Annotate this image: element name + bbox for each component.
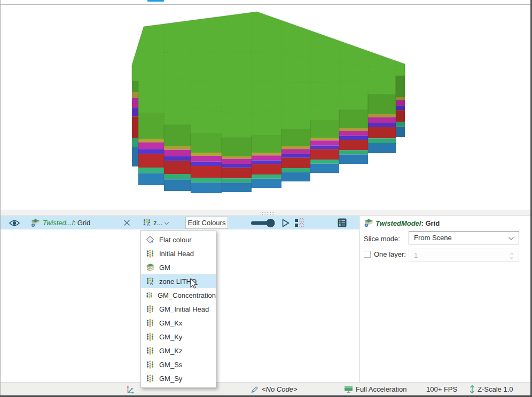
chevron-down-icon <box>164 221 169 225</box>
edit-colours-button[interactable]: Edit Colours <box>185 217 228 229</box>
menu-item-gm-initial-head[interactable]: GM_Initial Head <box>141 302 216 316</box>
menu-item-gm-ss[interactable]: GM_Ss <box>141 358 216 371</box>
values-icon <box>146 305 154 313</box>
menu-item-gm-ky[interactable]: GM_Ky <box>141 330 216 344</box>
pencil-icon[interactable] <box>251 385 259 394</box>
acceleration-label[interactable]: Full Acceleration <box>356 385 406 393</box>
top-strip <box>1 0 530 4</box>
slice-mode-select[interactable]: From Scene <box>409 231 519 244</box>
menu-item-gm-concentration[interactable]: GM_Concentration <box>141 288 216 302</box>
chevron-down-icon <box>508 236 514 241</box>
grid-shape-icon <box>30 218 41 228</box>
tab-indicator <box>147 0 164 2</box>
menu-item-initial-head[interactable]: Initial Head <box>141 247 216 260</box>
block-model-3d <box>1 5 530 210</box>
slice-mode-label: Slice mode: <box>364 235 400 243</box>
one-layer-value: 1 <box>414 251 418 259</box>
menu-item-gm[interactable]: GM <box>141 260 216 274</box>
category-icon <box>146 277 154 285</box>
scene-3d-viewport[interactable] <box>1 5 530 210</box>
fps-label: 100+ FPS <box>426 385 457 393</box>
window-border <box>0 0 1 397</box>
spinner-arrows-icon[interactable] <box>509 251 514 260</box>
eye-icon[interactable] <box>9 219 20 227</box>
app-window: Twisted...l: Grid z... Edit Colours <box>0 0 532 397</box>
grid-shape-icon <box>364 218 374 228</box>
values-icon <box>146 360 154 369</box>
close-icon[interactable] <box>123 219 131 227</box>
play-icon[interactable] <box>280 218 291 228</box>
menu-item-gm-kz[interactable]: GM_Kz <box>141 344 216 358</box>
category-icon <box>143 218 151 227</box>
colour-mode-value: z... <box>153 219 162 227</box>
colour-mode-combo[interactable]: z... <box>140 216 174 229</box>
properties-title: TwistedModel: Grid <box>375 219 440 227</box>
values-icon <box>146 249 154 258</box>
scene-list-icon[interactable] <box>338 218 347 227</box>
one-layer-label: One layer: <box>374 250 406 258</box>
shape-row[interactable]: Twisted...l: Grid z... Edit Colours <box>1 216 359 229</box>
values-icon <box>146 291 153 299</box>
axes-icon[interactable] <box>126 385 135 394</box>
one-layer-spinner[interactable]: 1 <box>409 249 519 262</box>
menu-item-gm-kx[interactable]: GM_Kx <box>141 316 216 330</box>
flat-colour-icon <box>146 235 154 244</box>
z-scale-label[interactable]: Z-Scale 1.0 <box>478 385 513 393</box>
one-layer-checkbox[interactable] <box>364 251 371 258</box>
values-icon <box>146 319 154 327</box>
splitter-grip-icon[interactable] <box>260 212 275 215</box>
shape-title: Twisted...l: Grid <box>43 219 90 227</box>
active-code-label[interactable]: <No Code> <box>262 385 298 393</box>
mouse-cursor <box>190 278 199 290</box>
values-icon <box>146 346 154 355</box>
values-icon <box>146 374 154 383</box>
properties-panel: TwistedModel: Grid Slice mode: From Scen… <box>359 216 530 382</box>
menu-item-flat-colour[interactable]: Flat colour <box>141 233 216 247</box>
status-bar: <No Code> Full Acceleration 100+ FPS Z-S… <box>1 382 530 395</box>
values-icon <box>146 332 154 341</box>
opacity-slider[interactable] <box>250 218 276 228</box>
slice-mode-value: From Scene <box>414 234 452 242</box>
colour-mode-menu: Flat colour Initial Head GM zone LITHO G… <box>140 230 216 388</box>
filter-grid-icon[interactable] <box>294 218 304 228</box>
horizontal-splitter[interactable] <box>1 210 530 216</box>
acceleration-monitor-icon <box>344 385 353 393</box>
z-scale-icon <box>469 384 475 394</box>
menu-item-zone-litho[interactable]: zone LITHO <box>141 274 216 288</box>
model-icon <box>146 263 154 272</box>
menu-item-gm-sy[interactable]: GM_Sy <box>141 371 216 385</box>
